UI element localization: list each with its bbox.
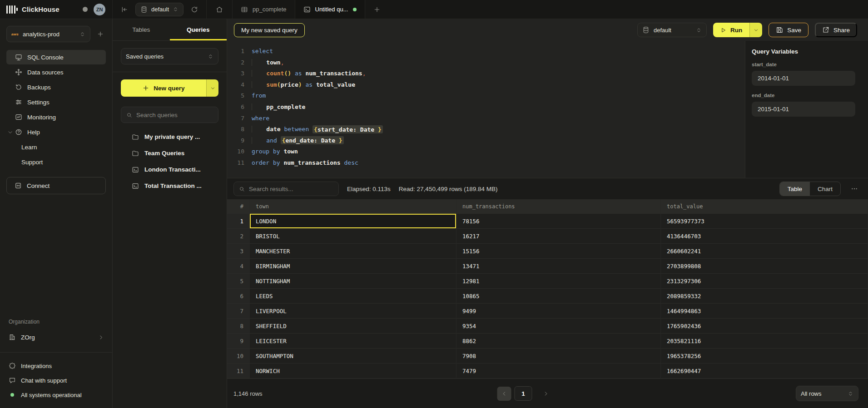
query-tab-my-new-saved-query[interactable]: My new saved query: [234, 23, 305, 37]
column-header-num-transactions[interactable]: num_transactions: [456, 199, 661, 214]
new-tab-button[interactable]: [372, 4, 382, 15]
cell-town[interactable]: SOUTHAMPTON: [250, 349, 456, 364]
end-date-input[interactable]: 2015-01-01: [752, 102, 855, 117]
cell-total-value[interactable]: 1662690447: [661, 364, 868, 379]
cell-total-value[interactable]: 1464994863: [661, 304, 868, 319]
cell-town[interactable]: LEICESTER: [250, 334, 456, 349]
start-date-input[interactable]: 2014-01-01: [752, 71, 855, 86]
next-page-button[interactable]: [539, 387, 553, 401]
cell-total-value[interactable]: 2313297306: [661, 274, 868, 289]
row-number-cell[interactable]: 10: [227, 349, 250, 364]
row-number-cell[interactable]: 9: [227, 334, 250, 349]
cell-total-value[interactable]: 2035821116: [661, 334, 868, 349]
cell-total-value[interactable]: 56593977373: [661, 214, 868, 229]
prev-page-button[interactable]: [497, 387, 511, 401]
row-number-cell[interactable]: 1: [227, 214, 250, 229]
query-parameter-chip[interactable]: {end_date: Date }: [281, 136, 344, 144]
share-button[interactable]: Share: [815, 23, 857, 37]
row-number-cell[interactable]: 6: [227, 289, 250, 304]
row-number-cell[interactable]: 8: [227, 319, 250, 334]
cell-num-transactions[interactable]: 10865: [456, 289, 661, 304]
cell-town[interactable]: BRISTOL: [250, 229, 456, 244]
sidebar-item-support[interactable]: Support: [6, 155, 106, 169]
tab-untitled-query[interactable]: Untitled qu...: [295, 0, 365, 19]
saved-queries-filter[interactable]: Saved queries: [121, 48, 218, 64]
sidebar-item-help[interactable]: Help: [6, 125, 106, 139]
search-queries-input[interactable]: Search queries: [121, 107, 218, 123]
cell-num-transactions[interactable]: 78156: [456, 214, 661, 229]
view-chart-button[interactable]: Chart: [810, 182, 840, 196]
cell-town[interactable]: BIRMINGHAM: [250, 259, 456, 274]
save-button[interactable]: Save: [769, 23, 808, 37]
cell-num-transactions[interactable]: 16217: [456, 229, 661, 244]
saved-query-my-private-query[interactable]: My private query ...: [121, 129, 218, 144]
cell-total-value[interactable]: 4136446703: [661, 229, 868, 244]
sidebar-item-data-sources[interactable]: Data sources: [6, 65, 106, 79]
cell-num-transactions[interactable]: 9354: [456, 319, 661, 334]
cell-town[interactable]: MANCHESTER: [250, 244, 456, 259]
row-number-cell[interactable]: 11: [227, 364, 250, 379]
cell-num-transactions[interactable]: 9499: [456, 304, 661, 319]
cell-num-transactions[interactable]: 12981: [456, 274, 661, 289]
sidebar-footer-integrations[interactable]: Integrations: [6, 361, 106, 371]
cell-town[interactable]: NORWICH: [250, 364, 456, 379]
cell-num-transactions[interactable]: 8862: [456, 334, 661, 349]
page-number-input[interactable]: 1: [515, 386, 532, 401]
query-parameter-chip[interactable]: {start_date: Date }: [312, 125, 383, 133]
new-query-button[interactable]: New query: [121, 79, 218, 97]
database-selector[interactable]: default: [135, 3, 184, 16]
saved-query-total-transaction[interactable]: Total Transaction ...: [121, 178, 218, 193]
row-number-cell[interactable]: 4: [227, 259, 250, 274]
cell-town[interactable]: LONDON: [250, 214, 456, 229]
workspace-selector[interactable]: aws analytics-prod: [6, 26, 90, 42]
cell-total-value[interactable]: 2089859332: [661, 289, 868, 304]
add-service-button[interactable]: [95, 29, 106, 39]
home-button[interactable]: [214, 4, 225, 15]
user-avatar[interactable]: ZN: [94, 4, 105, 15]
column-header-total-value[interactable]: total_value: [661, 199, 868, 214]
sidebar-item-monitoring[interactable]: Monitoring: [6, 110, 106, 124]
row-number-cell[interactable]: 7: [227, 304, 250, 319]
collapse-panel-button[interactable]: [119, 4, 130, 15]
cell-total-value[interactable]: 1765902436: [661, 319, 868, 334]
sidebar-footer-all-systems-operational[interactable]: All systems operational: [6, 390, 106, 400]
saved-query-team-queries[interactable]: Team Queries: [121, 146, 218, 161]
view-table-button[interactable]: Table: [780, 182, 810, 196]
tab-tables[interactable]: Tables: [113, 19, 170, 40]
cell-town[interactable]: NOTTINGHAM: [250, 274, 456, 289]
search-results-input[interactable]: Search results...: [233, 182, 339, 196]
sidebar-item-settings[interactable]: Settings: [6, 95, 106, 109]
sidebar-footer-chat-with-support[interactable]: Chat with support: [6, 375, 106, 385]
run-database-selector[interactable]: default: [637, 23, 707, 37]
saved-query-london-transacti[interactable]: London Transacti...: [121, 162, 218, 177]
run-button[interactable]: Run: [713, 23, 762, 37]
cell-town[interactable]: SHEFFIELD: [250, 319, 456, 334]
cell-total-value[interactable]: 1965378256: [661, 349, 868, 364]
new-query-menu-button[interactable]: [206, 79, 218, 97]
sidebar-item-backups[interactable]: Backups: [6, 80, 106, 94]
organization-zorg[interactable]: ZOrg: [6, 329, 106, 345]
page-size-selector[interactable]: All rows: [796, 386, 858, 401]
cell-num-transactions[interactable]: 7479: [456, 364, 661, 379]
cell-total-value[interactable]: 2660602241: [661, 244, 868, 259]
cell-num-transactions[interactable]: 15156: [456, 244, 661, 259]
refresh-button[interactable]: [189, 4, 200, 15]
cell-num-transactions[interactable]: 7908: [456, 349, 661, 364]
row-number-cell[interactable]: 3: [227, 244, 250, 259]
sql-editor[interactable]: 1select2 town,3 count() as num_transacti…: [227, 41, 745, 178]
cell-num-transactions[interactable]: 13471: [456, 259, 661, 274]
row-number-cell[interactable]: 5: [227, 274, 250, 289]
column-header-index[interactable]: #: [227, 199, 250, 214]
sidebar-item-sql-console[interactable]: SQL Console: [6, 50, 106, 64]
cell-town[interactable]: LIVERPOOL: [250, 304, 456, 319]
tab-queries[interactable]: Queries: [170, 19, 227, 40]
cell-total-value[interactable]: 2703899808: [661, 259, 868, 274]
tab-pp-complete[interactable]: pp_complete: [233, 0, 295, 19]
row-number-cell[interactable]: 2: [227, 229, 250, 244]
column-header-town[interactable]: town: [250, 199, 456, 214]
service-status-dot-icon[interactable]: [83, 7, 88, 12]
run-options-button[interactable]: [749, 23, 762, 37]
sidebar-item-learn[interactable]: Learn: [6, 140, 106, 154]
connect-button[interactable]: Connect: [6, 177, 106, 194]
results-menu-button[interactable]: [849, 183, 860, 194]
